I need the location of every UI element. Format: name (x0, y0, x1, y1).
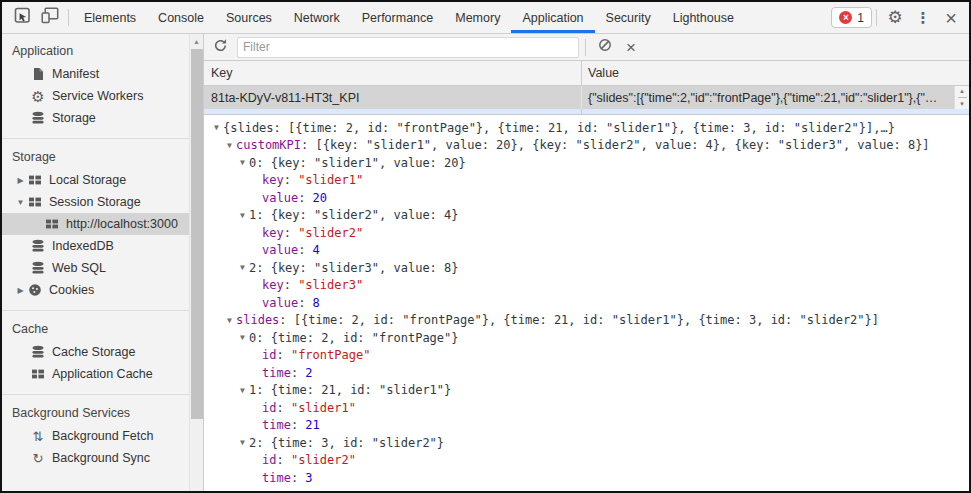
sidebar-item-indexeddb[interactable]: IndexedDB (2, 235, 189, 257)
divider (585, 39, 586, 56)
sidebar-item-background-sync[interactable]: ↻Background Sync (2, 447, 189, 469)
tree-number-value: 20 (313, 191, 327, 205)
row-scrollbar[interactable]: ▲ ▼ (954, 86, 969, 109)
sidebar-item-cookies[interactable]: ▶Cookies (2, 279, 189, 301)
tab-network[interactable]: Network (283, 2, 351, 33)
tree-text: : (301, 138, 315, 152)
expander-icon[interactable]: ▼ (223, 316, 236, 325)
column-header-value[interactable]: Value (582, 61, 969, 85)
device-toolbar-button[interactable] (36, 4, 64, 32)
expander-icon[interactable]: ▼ (236, 386, 249, 395)
sidebar-item-http-localhost-3000[interactable]: http://localhost:3000 (2, 213, 189, 235)
database-icon (30, 238, 46, 254)
sidebar-item-session-storage[interactable]: ▼Session Storage (2, 191, 189, 213)
expander-icon[interactable]: ▼ (223, 141, 236, 150)
tree-property-name: key (262, 173, 284, 187)
tab-performance[interactable]: Performance (351, 2, 445, 33)
table-icon (30, 366, 46, 382)
column-header-key[interactable]: Key (204, 61, 582, 85)
tree-line: time: 3 (207, 469, 969, 487)
error-count: 1 (857, 11, 864, 25)
tree-text: [{key: "slider1", value: 20}, {key: "sli… (315, 138, 929, 152)
filter-input[interactable] (237, 37, 579, 58)
sidebar-item-label: Local Storage (49, 173, 126, 187)
sidebar-item-manifest[interactable]: Manifest (2, 63, 189, 85)
close-icon: × (626, 39, 636, 56)
tree-text: : (284, 226, 298, 240)
tab-sources[interactable]: Sources (215, 2, 283, 33)
sidebar-item-web-sql[interactable]: Web SQL (2, 257, 189, 279)
sidebar-item-label: Service Workers (52, 89, 143, 103)
gear-icon: ⚙ (30, 88, 46, 104)
scroll-up-icon[interactable]: ▲ (959, 88, 965, 94)
inspect-element-button[interactable] (8, 4, 36, 32)
tree-text: 1: {key: "slider2", value: 4} (249, 208, 459, 222)
scrollbar-thumb[interactable] (191, 49, 203, 419)
scroll-down-icon[interactable]: ▼ (959, 101, 965, 107)
chevron-down-icon[interactable]: ▼ (14, 198, 27, 207)
divider (2, 310, 203, 311)
settings-button[interactable]: ⚙ (881, 4, 909, 32)
tab-lighthouse[interactable]: Lighthouse (662, 2, 745, 33)
tree-string-value: "slider1" (298, 173, 363, 187)
tab-memory[interactable]: Memory (444, 2, 511, 33)
tree-line: ▼slides: [{time: 2, id: "frontPage"}, {t… (207, 312, 969, 330)
expander-icon[interactable]: ▼ (236, 211, 249, 220)
tab-application[interactable]: Application (511, 2, 594, 33)
tree-property-name: value (262, 243, 298, 257)
chevron-right-icon[interactable]: ▶ (14, 286, 27, 295)
tab-strip: ElementsConsoleSourcesNetworkPerformance… (73, 2, 745, 33)
sidebar-item-label: Session Storage (49, 195, 141, 209)
tab-security[interactable]: Security (595, 2, 662, 33)
sidebar-item-label: Cache Storage (52, 345, 135, 359)
sidebar-section-title-cache: Cache (2, 312, 203, 341)
more-options-button[interactable]: ⋮ (909, 4, 937, 32)
tree-line: id: "slider1" (207, 399, 969, 417)
tree-text: : (279, 313, 293, 327)
tab-elements[interactable]: Elements (73, 2, 147, 33)
expander-icon[interactable]: ▼ (236, 263, 249, 272)
tree-number-value: 8 (313, 296, 320, 310)
refresh-button[interactable] (207, 35, 233, 59)
tree-line: ▼{slides: [{time: 2, id: "frontPage"}, {… (207, 119, 969, 137)
tree-text: : (276, 348, 290, 362)
tree-line: ▼2: {key: "slider3", value: 8} (207, 259, 969, 277)
chevron-right-icon[interactable]: ▶ (14, 176, 27, 185)
divider (68, 9, 69, 26)
tree-number-value: 2 (305, 366, 312, 380)
sidebar-item-label: Manifest (52, 67, 99, 81)
tree-text: 0: {time: 2, id: "frontPage"} (249, 331, 459, 345)
delete-selected-button[interactable]: × (618, 35, 644, 59)
tree-property-name: value (262, 191, 298, 205)
clear-all-button[interactable] (592, 35, 618, 59)
table-header: Key Value (204, 61, 969, 86)
row-value: {"slides":[{"time":2,"id":"frontPage"},{… (582, 86, 969, 109)
sidebar-item-cache-storage[interactable]: Cache Storage (2, 341, 189, 363)
tree-number-value: 21 (305, 418, 319, 432)
expander-icon[interactable]: ▼ (210, 123, 223, 132)
storage-toolbar: × (204, 34, 969, 61)
tree-property-name: id (262, 453, 276, 467)
expander-icon[interactable]: ▼ (236, 158, 249, 167)
close-devtools-button[interactable]: × (937, 4, 965, 32)
divider (958, 97, 967, 98)
sidebar-item-storage[interactable]: Storage (2, 107, 189, 129)
expander-icon[interactable]: ▼ (236, 438, 249, 447)
sidebar-scrollbar[interactable]: ▲ (189, 34, 203, 491)
sidebar-item-background-fetch[interactable]: ⇅Background Fetch (2, 425, 189, 447)
sidebar-item-service-workers[interactable]: ⚙Service Workers (2, 85, 189, 107)
tab-console[interactable]: Console (147, 2, 215, 33)
tree-property-name: key (262, 226, 284, 240)
error-badge[interactable]: × 1 (831, 7, 872, 28)
sidebar-item-local-storage[interactable]: ▶Local Storage (2, 169, 189, 191)
expander-icon[interactable]: ▼ (236, 333, 249, 342)
sidebar-item-application-cache[interactable]: Application Cache (2, 363, 189, 385)
devtools-toolbar: ElementsConsoleSourcesNetworkPerformance… (2, 2, 969, 34)
scroll-up-icon[interactable]: ▲ (190, 34, 203, 48)
table-icon (44, 216, 60, 232)
tree-line: id: "slider2" (207, 452, 969, 470)
cookie-icon (27, 282, 43, 298)
tree-text: : (276, 453, 290, 467)
storage-table-row[interactable]: 81ta-KDyV-v811-HT3t_KPI {"slides":[{"tim… (204, 86, 969, 109)
sidebar-section-title-storage: Storage (2, 140, 203, 169)
